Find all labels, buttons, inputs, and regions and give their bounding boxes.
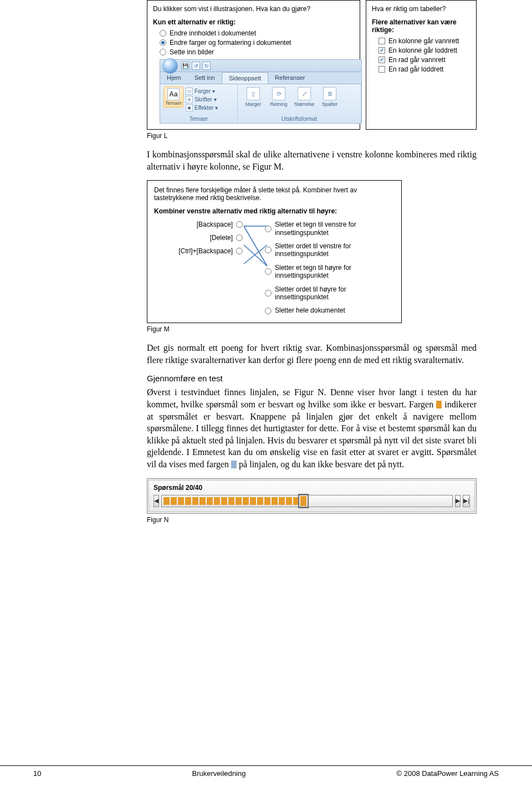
progress-segment[interactable]: [416, 497, 422, 505]
progress-segment[interactable]: [293, 497, 299, 505]
ribbon-button: ≣Spalter: [318, 86, 342, 113]
ribbon-button: ⤢Størrelse: [292, 86, 316, 113]
match-left-item[interactable]: [Ctrl]+[Backspace]: [154, 247, 243, 255]
quiz-instruction: Flere alternativer kan være riktige:: [372, 18, 470, 34]
progress-track[interactable]: [161, 495, 453, 507]
ribbon-tab: Sett inn: [188, 72, 222, 84]
figure-caption-m: Figur M: [147, 325, 477, 333]
match-radio-icon: [265, 308, 272, 314]
progress-segment[interactable]: [286, 497, 292, 505]
progress-segment[interactable]: [243, 497, 249, 505]
body-text: I kombinasjonsspørsmål skal de ulike alt…: [147, 149, 477, 172]
progress-segment[interactable]: [163, 497, 170, 505]
page-number: 10: [33, 769, 41, 778]
svg-line-1: [244, 226, 267, 266]
radio-icon: [160, 39, 166, 46]
checkbox-option[interactable]: ✓En rad går vannrett: [378, 56, 470, 64]
option-label: Endre farger og formatering i dokumentet: [170, 39, 291, 47]
checkbox-icon: [378, 66, 385, 73]
progress-segment[interactable]: [250, 497, 256, 505]
radio-option[interactable]: Sette inn bilder: [160, 48, 354, 56]
matching-intro: Det finnes flere forskjellige måter å sl…: [154, 186, 395, 202]
progress-segment[interactable]: [408, 497, 415, 505]
option-label: En kolonne går vannrett: [388, 37, 459, 45]
quiz-instruction: Kun ett alternativ er riktig:: [153, 18, 354, 26]
ribbon-button-icon: ⟳: [272, 87, 285, 100]
progress-segment[interactable]: [207, 497, 213, 505]
progress-segment[interactable]: [351, 497, 357, 505]
progress-segment[interactable]: [322, 497, 328, 505]
undo-icon: ↺: [192, 62, 200, 70]
next-button[interactable]: ▶: [455, 495, 461, 507]
progress-segment[interactable]: [437, 497, 443, 505]
section-heading: Gjennomføre en test: [147, 374, 477, 383]
last-button[interactable]: ▶|: [463, 495, 470, 507]
progress-segment[interactable]: [401, 497, 407, 505]
progress-segment[interactable]: [178, 497, 184, 505]
progress-ruler: Spørsmål 20/40 ◀ ▶ ▶|: [147, 478, 477, 514]
progress-segment[interactable]: [344, 497, 350, 505]
progress-segment[interactable]: [300, 496, 306, 506]
progress-segment[interactable]: [279, 497, 285, 505]
progress-segment[interactable]: [221, 497, 227, 505]
office-orb-icon: [162, 58, 178, 74]
progress-segment[interactable]: [430, 497, 436, 505]
ribbon-button: ▯Marger: [241, 86, 265, 113]
progress-segment[interactable]: [272, 497, 278, 505]
colors-icon: ▭: [186, 88, 193, 95]
progress-segment[interactable]: [214, 497, 220, 505]
ribbon-button: ⟳Retning: [267, 86, 291, 113]
figure-caption-n: Figur N: [147, 516, 477, 524]
match-right-item[interactable]: Sletter ordet til venstre for innsetting…: [265, 242, 398, 258]
checkbox-icon: ✓: [378, 47, 385, 54]
ribbon-tab: Hjem: [160, 72, 188, 84]
quiz-single-choice: Du klikker som vist i illustrasjonen. Hv…: [147, 0, 360, 130]
option-label: Endre innholdet i dokumentet: [170, 29, 256, 37]
match-right-item[interactable]: Sletter ordet til høyre for innsettingsp…: [265, 285, 398, 302]
progress-segment[interactable]: [308, 497, 314, 505]
progress-segment[interactable]: [365, 497, 371, 505]
progress-segment[interactable]: [228, 497, 234, 505]
progress-segment[interactable]: [236, 497, 242, 505]
option-label: En rad går vannrett: [388, 56, 446, 64]
match-right-item[interactable]: Sletter hele dokumentet: [265, 306, 398, 314]
body-text: Øverst i testvinduet finnes linjalen, se…: [147, 386, 477, 470]
match-radio-icon: [265, 290, 272, 297]
quiz-matching: Det finnes flere forskjellige måter å sl…: [147, 180, 402, 323]
prev-button[interactable]: ◀: [154, 495, 159, 507]
progress-segment[interactable]: [394, 497, 400, 505]
checkbox-option[interactable]: En kolonne går vannrett: [378, 37, 470, 45]
match-left-item[interactable]: [Delete]: [154, 234, 243, 242]
progress-segment[interactable]: [387, 497, 393, 505]
match-left-item[interactable]: [Backspace]: [154, 221, 243, 228]
progress-segment[interactable]: [192, 497, 198, 505]
fonts-icon: A: [186, 96, 193, 103]
color-swatch-answered: [436, 401, 442, 408]
footer-right: © 2008 DataPower Learning AS: [397, 769, 499, 778]
progress-segment[interactable]: [380, 497, 386, 505]
match-right-item[interactable]: Sletter et tegn til høyre for innsetting…: [265, 264, 398, 280]
progress-segment[interactable]: [358, 497, 364, 505]
progress-segment[interactable]: [423, 497, 429, 505]
progress-segment[interactable]: [444, 497, 451, 505]
progress-segment[interactable]: [329, 497, 335, 505]
progress-segment[interactable]: [336, 497, 342, 505]
match-radio-icon: [236, 234, 243, 241]
progress-segment[interactable]: [185, 497, 191, 505]
progress-segment[interactable]: [372, 497, 378, 505]
checkbox-option[interactable]: En rad går loddrett: [378, 65, 470, 73]
progress-segment[interactable]: [171, 497, 177, 505]
radio-option[interactable]: Endre farger og formatering i dokumentet: [160, 39, 354, 47]
group-label: Temaer: [163, 116, 234, 122]
progress-segment[interactable]: [315, 497, 321, 505]
match-radio-icon: [236, 221, 243, 228]
ribbon-button-icon: ≣: [323, 87, 336, 100]
save-icon: 💾: [181, 62, 190, 70]
match-right-item[interactable]: Sletter et tegn til venstre for innsetti…: [265, 221, 398, 237]
progress-segment[interactable]: [264, 497, 270, 505]
progress-segment[interactable]: [257, 497, 263, 505]
progress-segment[interactable]: [200, 497, 206, 505]
radio-option[interactable]: Endre innholdet i dokumentet: [160, 29, 354, 37]
checkbox-option[interactable]: ✓En kolonne går loddrett: [378, 47, 470, 54]
page-footer: 10 Brukerveiledning © 2008 DataPower Lea…: [0, 765, 532, 778]
